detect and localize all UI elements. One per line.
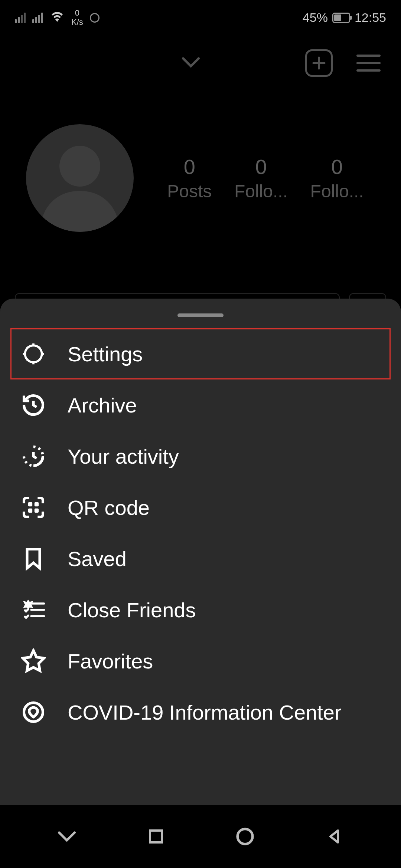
svg-point-8: [238, 829, 253, 844]
history-icon: [21, 392, 46, 418]
menu-item-covid[interactable]: COVID-19 Information Center: [10, 687, 391, 738]
menu-item-archive[interactable]: Archive: [10, 379, 391, 431]
menu-item-favorites[interactable]: Favorites: [10, 635, 391, 687]
menu-item-activity[interactable]: Your activity: [10, 431, 391, 482]
options-bottom-sheet: Settings Archive Your activity QR code S: [0, 299, 401, 868]
svg-rect-2: [28, 502, 32, 506]
nav-collapse-button[interactable]: [54, 823, 80, 849]
app-header: [0, 35, 401, 91]
svg-rect-7: [150, 831, 162, 842]
status-left: 0 K/s: [15, 9, 100, 26]
avatar[interactable]: [26, 124, 134, 232]
menu-label: Your activity: [68, 444, 179, 468]
stat-followers[interactable]: 0 Follo...: [234, 155, 288, 201]
chevron-down-icon: [182, 57, 200, 68]
menu-item-saved[interactable]: Saved: [10, 533, 391, 584]
nav-recent-button[interactable]: [143, 823, 169, 849]
profile-section: 0 Posts 0 Follo... 0 Follo...: [0, 124, 401, 232]
username-dropdown[interactable]: [182, 57, 200, 69]
stat-posts[interactable]: 0 Posts: [167, 155, 212, 201]
menu-label: Close Friends: [68, 598, 196, 622]
menu-item-qr-code[interactable]: QR code: [10, 482, 391, 533]
nav-home-button[interactable]: [232, 823, 258, 849]
plus-icon: [311, 55, 327, 71]
menu-list: Settings Archive Your activity QR code S: [0, 328, 401, 738]
sheet-handle[interactable]: [177, 313, 224, 317]
svg-rect-5: [35, 509, 39, 513]
profile-stats: 0 Posts 0 Follo... 0 Follo...: [156, 155, 375, 201]
menu-label: Saved: [68, 547, 127, 571]
status-circle-icon: [90, 13, 100, 23]
gear-icon: [21, 341, 46, 366]
menu-label: COVID-19 Information Center: [68, 700, 342, 724]
qr-icon: [21, 495, 46, 520]
wifi-icon: [50, 9, 65, 27]
menu-item-settings[interactable]: Settings: [10, 328, 391, 379]
battery-icon: [332, 13, 350, 23]
create-post-button[interactable]: [305, 49, 333, 77]
svg-point-6: [24, 703, 43, 722]
menu-item-close-friends[interactable]: Close Friends: [10, 584, 391, 635]
battery-percentage: 45%: [303, 10, 328, 25]
menu-label: Favorites: [68, 649, 153, 673]
bookmark-icon: [21, 546, 46, 571]
status-bar: 0 K/s 45% 12:55: [0, 0, 401, 35]
clock: 12:55: [355, 10, 386, 25]
system-nav-bar: [0, 805, 401, 868]
covid-icon: [21, 700, 46, 725]
stat-following[interactable]: 0 Follo...: [310, 155, 364, 201]
status-right: 45% 12:55: [303, 10, 386, 25]
nav-back-button[interactable]: [321, 823, 347, 849]
menu-label: QR code: [68, 496, 150, 520]
network-speed: 0 K/s: [71, 9, 83, 26]
menu-label: Settings: [68, 342, 143, 366]
signal-1-icon: [15, 13, 26, 23]
svg-rect-4: [28, 509, 32, 513]
close-friends-icon: [21, 597, 46, 622]
svg-rect-3: [35, 502, 39, 506]
menu-label: Archive: [68, 393, 137, 417]
star-icon: [21, 648, 46, 674]
menu-button[interactable]: [356, 55, 381, 72]
signal-2-icon: [32, 13, 43, 23]
activity-icon: [21, 444, 46, 469]
svg-point-1: [30, 351, 37, 357]
